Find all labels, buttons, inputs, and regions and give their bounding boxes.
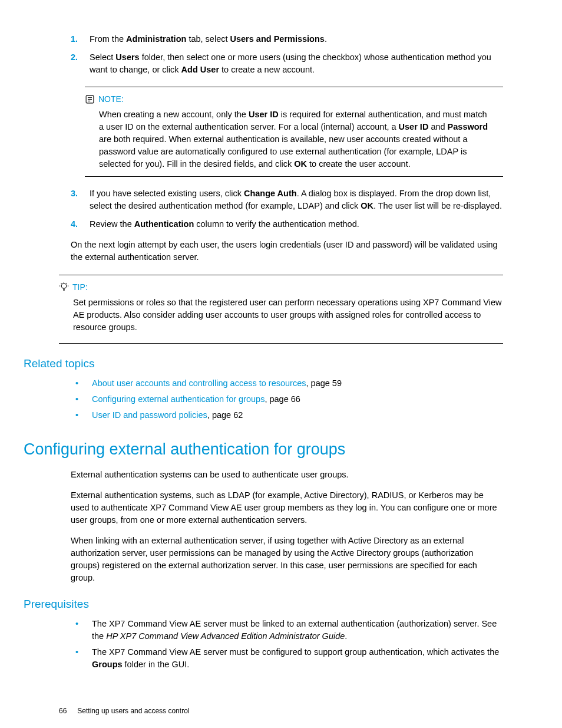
step-1: 1. From the Administration tab, select U… <box>71 33 503 45</box>
section-body: External authentication systems can be u… <box>59 469 503 584</box>
related-link[interactable]: User ID and password policies <box>92 410 207 420</box>
related-item: • User ID and password policies, page 62 <box>71 409 503 421</box>
step-4: 4. Review the Authentication column to v… <box>71 218 503 230</box>
section-title: Configuring external authentication for … <box>24 438 503 461</box>
note-callout: NOTE: When creating a new account, only … <box>85 87 503 177</box>
note-icon <box>85 94 95 104</box>
prereq-item: • The XP7 Command View AE server must be… <box>71 618 503 643</box>
tip-label: TIP: <box>72 281 88 293</box>
procedure-steps: 1. From the Administration tab, select U… <box>71 33 503 76</box>
note-body: When creating a new account, only the Us… <box>85 108 491 170</box>
bullet-icon: • <box>71 377 92 390</box>
related-item: • About user accounts and controlling ac… <box>71 377 503 390</box>
section-paragraph: When linking with an external authentica… <box>71 535 503 584</box>
prerequisites-list: • The XP7 Command View AE server must be… <box>59 618 503 671</box>
content-block: 1. From the Administration tab, select U… <box>59 33 503 264</box>
bullet-icon: • <box>71 618 92 643</box>
step-text: Select Users folder, then select one or … <box>90 51 503 76</box>
page-number: 66 <box>59 706 67 716</box>
tip-body: Set permissions or roles so that the reg… <box>59 297 503 334</box>
tip-icon <box>59 282 69 292</box>
related-link[interactable]: Configuring external authentication for … <box>92 394 265 404</box>
section-paragraph: External authentication systems, such as… <box>71 489 503 526</box>
step-text: From the Administration tab, select User… <box>90 33 503 45</box>
step-text: If you have selected existing users, cli… <box>90 187 503 212</box>
section-paragraph: External authentication systems can be u… <box>71 469 503 481</box>
tip-callout: TIP: Set permissions or roles so that th… <box>59 275 503 344</box>
bullet-icon: • <box>71 393 92 406</box>
step-3: 3. If you have selected existing users, … <box>71 187 503 212</box>
step-number: 3. <box>71 187 90 212</box>
after-steps-paragraph: On the next login attempt by each user, … <box>71 239 503 263</box>
step-number: 2. <box>71 51 90 76</box>
prerequisites-heading: Prerequisites <box>24 596 503 612</box>
prereq-item: • The XP7 Command View AE server must be… <box>71 646 503 671</box>
step-2: 2. Select Users folder, then select one … <box>71 51 503 76</box>
note-label: NOTE: <box>98 93 124 105</box>
svg-line-10 <box>61 283 62 284</box>
related-item: • Configuring external authentication fo… <box>71 393 503 406</box>
bullet-icon: • <box>71 409 92 421</box>
page-footer: 66 Setting up users and access control <box>59 706 503 716</box>
document-page: 1. From the Administration tab, select U… <box>0 0 562 728</box>
note-header: NOTE: <box>85 93 491 105</box>
related-topics-list: • About user accounts and controlling ac… <box>59 377 503 421</box>
chapter-name: Setting up users and access control <box>77 706 189 716</box>
step-text: Review the Authentication column to veri… <box>90 218 503 230</box>
svg-point-4 <box>61 284 67 289</box>
procedure-steps-continued: 3. If you have selected existing users, … <box>71 187 503 230</box>
step-number: 1. <box>71 33 90 45</box>
related-topics-heading: Related topics <box>24 355 503 372</box>
tip-header: TIP: <box>59 281 503 293</box>
step-number: 4. <box>71 218 90 230</box>
related-link[interactable]: About user accounts and controlling acce… <box>92 378 306 388</box>
svg-line-11 <box>66 283 67 284</box>
bullet-icon: • <box>71 646 92 671</box>
